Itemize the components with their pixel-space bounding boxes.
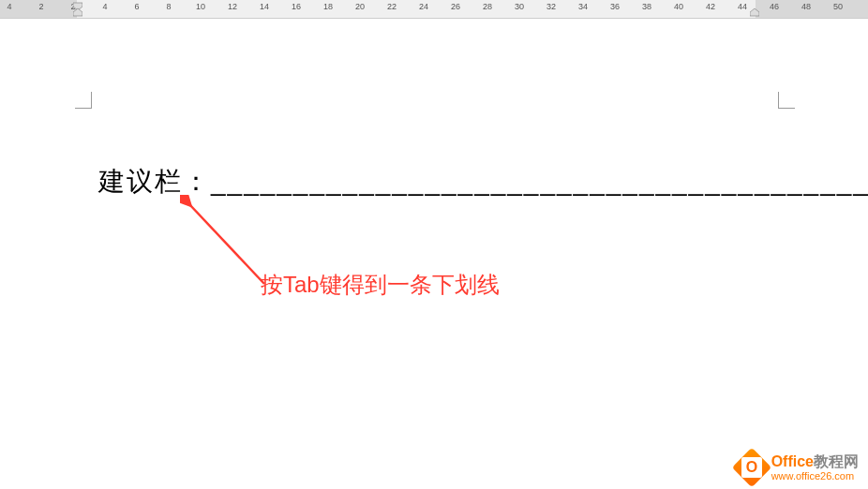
underline-fill: ________________________________________ bbox=[211, 167, 868, 196]
annotation-arrow bbox=[180, 195, 274, 289]
ruler-number: 16 bbox=[292, 2, 301, 11]
ruler-number: 6 bbox=[134, 2, 139, 11]
watermark-logo-icon: O bbox=[731, 448, 771, 487]
watermark-title: Office教程网 bbox=[771, 453, 859, 470]
ruler-number: 12 bbox=[228, 2, 237, 11]
ruler-number: 46 bbox=[770, 2, 779, 11]
ruler-number: 34 bbox=[578, 2, 588, 11]
margin-corner-top-left bbox=[75, 92, 92, 109]
document-text-line[interactable]: 建议栏：____________________________________… bbox=[98, 164, 868, 200]
right-indent-marker[interactable] bbox=[750, 0, 759, 19]
ruler-number: 38 bbox=[642, 2, 651, 11]
ruler-number: 20 bbox=[355, 2, 365, 11]
ruler-number: 42 bbox=[706, 2, 715, 11]
svg-marker-2 bbox=[750, 8, 759, 16]
horizontal-ruler[interactable]: 4224681012141618202224262830323436384042… bbox=[0, 0, 868, 19]
svg-line-4 bbox=[189, 204, 264, 284]
ruler-number: 4 bbox=[102, 2, 107, 11]
first-line-indent-marker[interactable] bbox=[73, 0, 82, 19]
watermark-url: www.office26.com bbox=[771, 470, 859, 482]
ruler-number: 28 bbox=[483, 2, 492, 11]
annotation-text: 按Tab键得到一条下划线 bbox=[261, 270, 500, 300]
ruler-number: 32 bbox=[546, 2, 556, 11]
ruler-number: 44 bbox=[738, 2, 747, 11]
ruler-number: 30 bbox=[515, 2, 524, 11]
ruler-number: 40 bbox=[674, 2, 683, 11]
ruler-number: 2 bbox=[38, 2, 43, 11]
ruler-number: 26 bbox=[451, 2, 460, 11]
ruler-number: 4 bbox=[7, 2, 11, 11]
ruler-number: 22 bbox=[387, 2, 397, 11]
ruler-number: 18 bbox=[323, 2, 333, 11]
watermark: O Office教程网 www.office26.com bbox=[738, 453, 859, 482]
document-page[interactable]: 建议栏：____________________________________… bbox=[0, 19, 868, 489]
svg-marker-1 bbox=[73, 8, 82, 16]
ruler-number: 10 bbox=[196, 2, 205, 11]
margin-corner-top-right bbox=[778, 92, 795, 109]
ruler-number: 14 bbox=[260, 2, 269, 11]
ruler-number: 24 bbox=[419, 2, 428, 11]
ruler-number: 50 bbox=[833, 2, 843, 11]
ruler-number: 8 bbox=[166, 2, 171, 11]
ruler-number: 36 bbox=[610, 2, 620, 11]
ruler-number: 48 bbox=[801, 2, 811, 11]
suggestion-label: 建议栏： bbox=[98, 167, 211, 196]
